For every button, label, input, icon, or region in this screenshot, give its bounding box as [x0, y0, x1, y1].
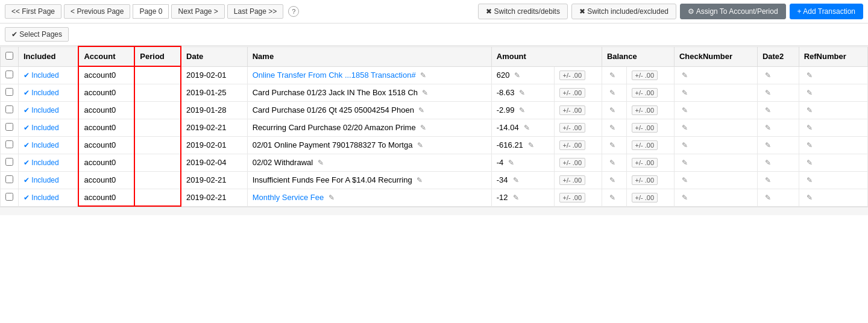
amount-adj-button[interactable]: +/- .00 — [559, 193, 586, 202]
row-checkbox[interactable] — [5, 158, 13, 166]
balance-edit-icon[interactable]: ✎ — [609, 89, 615, 97]
balance-edit-icon[interactable]: ✎ — [609, 71, 615, 80]
name-edit-icon[interactable]: ✎ — [326, 193, 334, 202]
switch-credits-button[interactable]: ✖ Switch credits/debits — [478, 4, 568, 19]
name-edit-icon[interactable]: ✎ — [418, 124, 426, 132]
amount-adj-button[interactable]: +/- .00 — [559, 140, 586, 150]
amount-adj-button[interactable]: +/- .00 — [559, 175, 586, 185]
last-page-button[interactable]: Last Page >> — [227, 4, 283, 19]
included-badge[interactable]: ✔ Included — [24, 89, 59, 97]
included-badge[interactable]: ✔ Included — [24, 158, 59, 167]
balance-adj-button[interactable]: +/- .00 — [632, 105, 658, 115]
name-link[interactable]: Monthly Service Fee — [253, 193, 324, 202]
checknumber-edit-icon[interactable]: ✎ — [682, 106, 688, 114]
name-edit-icon[interactable]: ✎ — [415, 141, 423, 149]
switch-included-button[interactable]: ✖ Switch included/excluded — [571, 4, 676, 19]
row-checkbox[interactable] — [5, 71, 13, 78]
refnumber-edit-icon[interactable]: ✎ — [807, 158, 813, 167]
included-badge[interactable]: ✔ Included — [24, 176, 59, 184]
row-checkbox[interactable] — [5, 123, 13, 131]
checknumber-edit-icon[interactable]: ✎ — [682, 176, 688, 184]
next-page-button[interactable]: Next Page > — [171, 4, 224, 19]
row-checkbox[interactable] — [5, 105, 13, 113]
date2-edit-icon[interactable]: ✎ — [765, 71, 771, 80]
amount-edit-icon[interactable]: ✎ — [513, 176, 519, 184]
checknumber-edit-icon[interactable]: ✎ — [682, 193, 688, 202]
name-edit-icon[interactable]: ✎ — [418, 71, 426, 80]
amount-edit-icon[interactable]: ✎ — [519, 106, 525, 114]
amount-adj-button[interactable]: +/- .00 — [559, 158, 586, 168]
header-included: Included — [19, 46, 79, 66]
balance-adj-button[interactable]: +/- .00 — [632, 88, 658, 98]
name-edit-icon[interactable]: ✎ — [417, 106, 424, 114]
date2-edit-icon[interactable]: ✎ — [765, 89, 771, 97]
included-badge[interactable]: ✔ Included — [24, 124, 59, 132]
select-all-checkbox[interactable] — [5, 52, 13, 60]
name-link[interactable]: Online Transfer From Chk ...1858 Transac… — [253, 71, 416, 80]
refnumber-edit-icon[interactable]: ✎ — [807, 176, 813, 184]
date2-edit-icon[interactable]: ✎ — [765, 193, 771, 202]
amount-edit-icon[interactable]: ✎ — [528, 141, 534, 149]
included-badge[interactable]: ✔ Included — [24, 141, 59, 149]
date2-edit-icon[interactable]: ✎ — [765, 176, 771, 184]
date2-edit-icon[interactable]: ✎ — [765, 141, 771, 149]
balance-edit-icon[interactable]: ✎ — [609, 193, 615, 202]
name-edit-icon[interactable]: ✎ — [415, 176, 423, 184]
name-edit-icon[interactable]: ✎ — [420, 89, 428, 97]
row-checkbox[interactable] — [5, 88, 13, 96]
balance-adj-button[interactable]: +/- .00 — [632, 193, 658, 202]
refnumber-edit-icon[interactable]: ✎ — [807, 193, 813, 202]
row-checkbox[interactable] — [5, 140, 13, 148]
name-cell[interactable]: Monthly Service Fee ✎ — [247, 189, 491, 206]
refnumber-edit-icon[interactable]: ✎ — [807, 106, 813, 114]
amount-adj-button[interactable]: +/- .00 — [559, 123, 586, 133]
refnumber-edit-icon[interactable]: ✎ — [807, 141, 813, 149]
date2-edit-icon[interactable]: ✎ — [765, 124, 771, 132]
date-cell: 2019-01-28 — [181, 101, 247, 119]
balance-edit-icon[interactable]: ✎ — [609, 158, 615, 167]
balance-edit-icon[interactable]: ✎ — [609, 176, 615, 184]
balance-edit-icon[interactable]: ✎ — [609, 141, 615, 149]
name-edit-icon[interactable]: ✎ — [315, 158, 323, 167]
checknumber-edit-icon[interactable]: ✎ — [682, 141, 688, 149]
select-pages-button[interactable]: ✔ Select Pages — [5, 27, 69, 42]
balance-adj-button[interactable]: +/- .00 — [632, 175, 658, 185]
included-badge[interactable]: ✔ Included — [24, 71, 59, 80]
checknumber-edit-icon[interactable]: ✎ — [682, 71, 688, 80]
amount-adj-button[interactable]: +/- .00 — [559, 105, 586, 115]
amount-adj-button[interactable]: +/- .00 — [559, 71, 586, 80]
refnumber-edit-icon[interactable]: ✎ — [807, 89, 813, 97]
checknumber-edit-icon[interactable]: ✎ — [682, 89, 688, 97]
add-transaction-button[interactable]: + Add Transaction — [790, 4, 863, 19]
checknumber-edit-icon[interactable]: ✎ — [682, 124, 688, 132]
amount-edit-icon[interactable]: ✎ — [513, 193, 519, 202]
balance-adj-button[interactable]: +/- .00 — [632, 123, 658, 133]
amount-edit-icon[interactable]: ✎ — [519, 89, 525, 97]
refnumber-edit-icon[interactable]: ✎ — [807, 71, 813, 80]
checknumber-edit-icon[interactable]: ✎ — [682, 158, 688, 167]
prev-page-button[interactable]: < Previous Page — [64, 4, 130, 19]
name-cell[interactable]: Online Transfer From Chk ...1858 Transac… — [247, 66, 491, 84]
date-cell: 2019-02-21 — [181, 119, 247, 136]
row-checkbox[interactable] — [5, 193, 13, 201]
account-cell: account0 — [78, 189, 134, 206]
included-badge[interactable]: ✔ Included — [24, 193, 59, 202]
amount-edit-icon[interactable]: ✎ — [508, 158, 514, 167]
balance-adj-button[interactable]: +/- .00 — [632, 71, 658, 80]
balance-adj-button[interactable]: +/- .00 — [632, 158, 658, 168]
bottom-scrollbar[interactable] — [0, 207, 868, 215]
first-page-button[interactable]: << First Page — [5, 4, 61, 19]
included-badge[interactable]: ✔ Included — [24, 106, 59, 114]
date2-edit-icon[interactable]: ✎ — [765, 158, 771, 167]
help-icon[interactable]: ? — [288, 6, 299, 17]
assign-to-account-period-button[interactable]: ⚙ Assign To Account/Period — [680, 4, 786, 19]
balance-adj-button[interactable]: +/- .00 — [632, 140, 658, 150]
date2-edit-icon[interactable]: ✎ — [765, 106, 771, 114]
row-checkbox[interactable] — [5, 175, 13, 183]
refnumber-edit-icon[interactable]: ✎ — [807, 124, 813, 132]
balance-edit-icon[interactable]: ✎ — [609, 124, 615, 132]
balance-edit-icon[interactable]: ✎ — [609, 106, 615, 114]
amount-adj-button[interactable]: +/- .00 — [559, 88, 586, 98]
amount-edit-icon[interactable]: ✎ — [524, 124, 530, 132]
amount-edit-icon[interactable]: ✎ — [514, 71, 520, 80]
